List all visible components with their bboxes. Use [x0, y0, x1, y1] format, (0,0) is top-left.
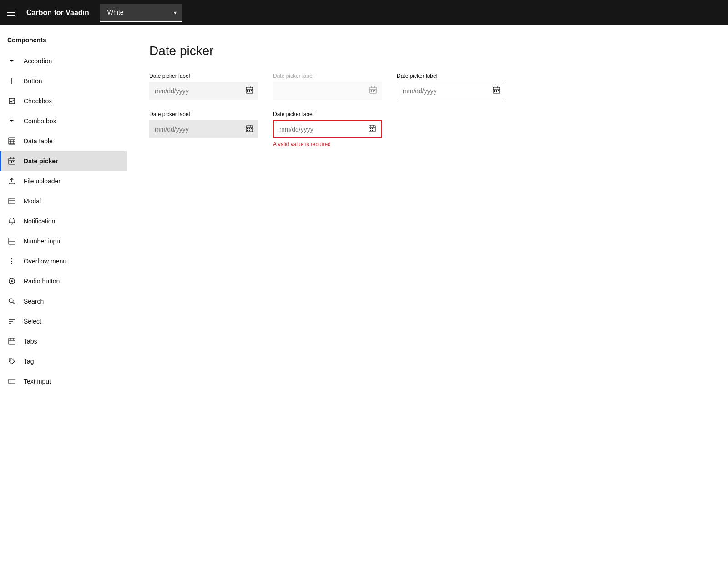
chevron-down-icon [7, 56, 16, 66]
datepicker-input-4 [155, 126, 246, 133]
calendar-icon-3[interactable] [493, 86, 500, 96]
calendar-icon-5[interactable] [369, 125, 376, 134]
sidebar-item-label: Number input [24, 238, 62, 245]
svg-rect-61 [498, 90, 499, 91]
datepicker-input-5[interactable] [279, 126, 369, 133]
sidebar-item-label: File uploader [24, 177, 61, 185]
sidebar-title: Components [0, 36, 127, 51]
sidebar-item-button[interactable]: Button [0, 71, 127, 91]
svg-rect-69 [249, 128, 250, 129]
date-picker-2: Date picker label [273, 73, 382, 100]
svg-rect-41 [247, 90, 248, 91]
theme-dropdown[interactable]: White [100, 4, 182, 22]
combo-chevron-icon [7, 116, 16, 126]
sidebar-item-label: Checkbox [24, 97, 52, 105]
sidebar-item-number-input[interactable]: Number input [0, 231, 127, 251]
svg-rect-12 [11, 161, 12, 162]
tabs-icon [7, 337, 16, 346]
upload-icon [7, 177, 16, 186]
sidebar-item-text-input[interactable]: Text input [0, 371, 127, 391]
svg-rect-35 [9, 379, 15, 384]
date-picker-3: Date picker label [397, 73, 506, 100]
calendar-icon-2 [369, 86, 377, 96]
datepicker-input-2 [278, 87, 369, 95]
sidebar-item-file-uploader[interactable]: File uploader [0, 171, 127, 191]
svg-rect-45 [249, 91, 250, 92]
svg-point-20 [11, 258, 12, 259]
sidebar-item-overflow-menu[interactable]: Overflow menu [0, 251, 127, 271]
svg-rect-53 [371, 91, 372, 92]
datepicker-label-1: Date picker label [149, 73, 258, 79]
sidebar-item-label: Data table [24, 137, 53, 145]
sidebar-item-notification[interactable]: Notification [0, 211, 127, 231]
sidebar-item-date-picker[interactable]: Date picker [0, 151, 127, 171]
sidebar-item-modal[interactable]: Modal [0, 191, 127, 211]
datepicker-input-wrapper-5[interactable] [273, 120, 382, 138]
textinput-icon [7, 377, 16, 386]
svg-point-34 [10, 360, 11, 361]
page-title: Date picker [149, 44, 706, 58]
sidebar-item-label: Tabs [24, 338, 37, 345]
datepicker-grid: Date picker label Date picker label [149, 73, 706, 147]
date-picker-1: Date picker label [149, 73, 258, 100]
sidebar-item-tag[interactable]: Tag [0, 351, 127, 371]
datepicker-label-5: Date picker label [273, 111, 382, 117]
sidebar-item-data-table[interactable]: Data table [0, 131, 127, 151]
calendar-icon-1[interactable] [246, 86, 253, 96]
svg-rect-13 [13, 161, 14, 162]
calendar-icon-4 [246, 125, 253, 134]
app-title: Carbon for Vaadin [26, 9, 89, 17]
sidebar-item-accordion[interactable]: Accordion [0, 51, 127, 71]
svg-rect-68 [247, 128, 248, 129]
date-picker-5: Date picker label A valid value is requi… [273, 111, 382, 147]
main-content: Date picker Date picker label Date picke… [127, 25, 728, 582]
datepicker-label-4: Date picker label [149, 111, 258, 117]
datepicker-input-3[interactable] [403, 87, 493, 95]
theme-label: White [107, 9, 124, 16]
svg-point-24 [11, 280, 13, 282]
sidebar: Components Accordion Button Checkbox [0, 25, 127, 582]
svg-rect-63 [496, 91, 497, 92]
svg-rect-30 [9, 338, 15, 344]
sidebar-item-radio-button[interactable]: Radio button [0, 271, 127, 291]
sidebar-item-combo-box[interactable]: Combo box [0, 111, 127, 131]
plus-icon [7, 76, 16, 86]
datepicker-input-wrapper-1[interactable] [149, 82, 258, 100]
menu-icon[interactable] [7, 10, 15, 16]
calendar-icon [7, 157, 16, 166]
search-icon [7, 297, 16, 306]
svg-point-21 [11, 261, 12, 262]
datepicker-label-3: Date picker label [397, 73, 506, 79]
svg-point-22 [11, 263, 12, 264]
svg-line-26 [13, 302, 15, 304]
checkbox-icon [7, 96, 16, 106]
sidebar-item-label: Overflow menu [24, 258, 66, 265]
svg-rect-81 [372, 130, 373, 131]
datepicker-input-wrapper-4 [149, 120, 258, 138]
sidebar-item-label: Tag [24, 358, 34, 365]
date-picker-4: Date picker label [149, 111, 258, 147]
datepicker-input-wrapper-3[interactable] [397, 82, 506, 100]
sidebar-item-label: Button [24, 77, 42, 85]
sidebar-item-select[interactable]: Select [0, 311, 127, 331]
datepicker-input-1[interactable] [155, 87, 246, 95]
svg-rect-52 [374, 90, 375, 91]
svg-rect-54 [373, 91, 374, 92]
sidebar-item-label: Select [24, 318, 41, 325]
sidebar-item-search[interactable]: Search [0, 291, 127, 311]
svg-rect-11 [10, 161, 10, 162]
sidebar-item-tabs[interactable]: Tabs [0, 331, 127, 351]
number-icon [7, 237, 16, 246]
sidebar-item-checkbox[interactable]: Checkbox [0, 91, 127, 111]
svg-rect-79 [374, 128, 374, 129]
svg-rect-80 [370, 130, 371, 131]
svg-rect-60 [496, 90, 497, 91]
sidebar-item-label: Accordion [24, 57, 52, 65]
datepicker-input-wrapper-2 [273, 82, 382, 100]
table-icon [7, 137, 16, 146]
modal-icon [7, 197, 16, 206]
svg-rect-72 [249, 130, 250, 131]
svg-rect-42 [249, 90, 250, 91]
app-header: Carbon for Vaadin White ▾ [0, 0, 728, 25]
sidebar-item-label: Notification [24, 218, 55, 225]
